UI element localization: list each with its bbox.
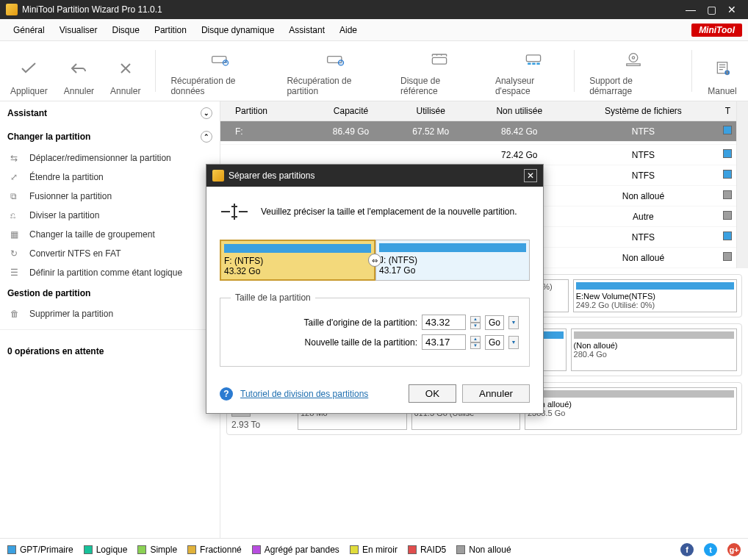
sidebar-section-change[interactable]: Changer la partition ⌃: [0, 125, 220, 148]
partition-block[interactable]: (Non alloué)2388.5 Go: [525, 387, 737, 430]
close-button[interactable]: ✕: [722, 4, 742, 15]
split-icon: ⎌: [10, 210, 22, 220]
sidebar: Assistant ⌄ Changer la partition ⌃ ⇆Dépl…: [0, 101, 220, 538]
bootable-media-button[interactable]: Support de démarrage: [586, 46, 680, 96]
sidebar-item-merge[interactable]: ⧉Fusionner la partition: [0, 187, 220, 206]
menu-general[interactable]: Général: [6, 19, 52, 40]
fieldset-legend: Taille de la partition: [231, 292, 315, 303]
menu-wizard[interactable]: Assistant: [281, 19, 332, 40]
legend-color-icon: [350, 545, 359, 554]
new-size-label: Nouvelle taille de la partition:: [231, 337, 417, 348]
benchmark-disk-button[interactable]: Disque de référence: [398, 46, 482, 96]
new-size-input[interactable]: [422, 334, 466, 350]
space-analyzer-button[interactable]: Analyseur d'espace: [492, 46, 574, 96]
menu-help[interactable]: Aide: [332, 19, 364, 40]
legend-item: En miroir: [350, 545, 398, 555]
split-right-partition: J: (NTFS) 43.17 Go: [375, 240, 530, 281]
table-scrollbar[interactable]: [736, 101, 748, 268]
svg-text:?: ?: [726, 71, 728, 75]
sidebar-item-extend[interactable]: ⤢Étendre la partition: [0, 168, 220, 187]
sidebar-item-convert[interactable]: ↻Convertir NTFS en FAT: [0, 244, 220, 263]
check-icon: [20, 57, 37, 80]
menu-view[interactable]: Visualiser: [52, 19, 105, 40]
menu-bar: Général Visualiser Disque Partition Disq…: [0, 19, 748, 41]
col-partition[interactable]: Partition: [220, 101, 311, 121]
sidebar-item-split[interactable]: ⎌Diviser la partition: [0, 206, 220, 225]
dialog-cancel-button[interactable]: Annuler: [462, 384, 530, 403]
facebook-icon[interactable]: f: [680, 543, 694, 556]
dialog-app-icon: [212, 170, 224, 182]
title-bar: MiniTool Partition Wizard Pro 11.0.1 — ▢…: [0, 0, 748, 19]
sidebar-section-manage[interactable]: Gestion de partition: [0, 282, 220, 304]
new-size-unit-dropdown[interactable]: ▼: [508, 336, 519, 349]
partition-recovery-button[interactable]: Récupération de partition: [284, 46, 387, 96]
document-help-icon: ?: [707, 57, 738, 80]
ok-button[interactable]: OK: [409, 384, 456, 403]
dialog-close-button[interactable]: ✕: [524, 169, 537, 182]
legend-item: RAID5: [408, 545, 446, 555]
sidebar-item-cluster[interactable]: ▦Changer la taille de groupement: [0, 225, 220, 244]
svg-rect-5: [526, 54, 540, 61]
minimize-button[interactable]: —: [680, 4, 701, 15]
original-size-unit-dropdown[interactable]: ▼: [508, 316, 519, 329]
split-left-partition: F: (NTFS) 43.32 Go: [220, 240, 375, 281]
sidebar-item-move-resize[interactable]: ⇆Déplacer/redimensionner la partition: [0, 148, 220, 168]
data-recovery-button[interactable]: Récupération de données: [168, 46, 273, 96]
original-size-unit: Go: [485, 315, 504, 330]
app-icon: [6, 4, 18, 15]
dialog-message: Veuillez préciser la taille et l'emplace…: [261, 207, 517, 217]
split-preview[interactable]: F: (NTFS) 43.32 Go J: (NTFS) 43.17 Go ⇔: [220, 240, 530, 281]
original-size-spinner[interactable]: ▲▼: [470, 316, 481, 329]
chevron-down-icon: ⌄: [201, 107, 212, 119]
x-icon: [117, 57, 134, 80]
col-capacity[interactable]: Capacité: [311, 101, 390, 121]
table-row[interactable]: F:86.49 Go67.52 Mo86.42 GoNTFS: [220, 121, 736, 142]
svg-rect-11: [626, 63, 639, 65]
disc-icon: [618, 49, 649, 70]
legend-item: Agrégé par bandes: [252, 545, 339, 555]
maximize-button[interactable]: ▢: [701, 4, 722, 15]
svg-point-10: [632, 56, 634, 58]
legend-item: Fractionné: [187, 545, 242, 555]
col-fs[interactable]: Système de fichiers: [568, 101, 719, 121]
menu-partition[interactable]: Partition: [147, 19, 194, 40]
sidebar-item-delete[interactable]: 🗑Supprimer la partition: [0, 304, 220, 323]
sidebar-item-set-logical[interactable]: ☰Définir la partition comme étant logiqu…: [0, 263, 220, 282]
undo-button[interactable]: Annuler: [61, 46, 97, 96]
cancel-button[interactable]: Annuler: [107, 46, 143, 96]
partition-block[interactable]: (Non alloué)280.4 Go: [571, 329, 737, 371]
manual-button[interactable]: ? Manuel: [704, 46, 741, 96]
original-size-input[interactable]: [422, 315, 466, 330]
legend-color-icon: [84, 545, 93, 554]
table-row[interactable]: 72.42 GoNTFS: [220, 145, 736, 165]
toolbar: Appliquer Annuler Annuler Récupération d…: [0, 41, 748, 101]
twitter-icon[interactable]: t: [704, 543, 717, 556]
brand-logo: MiniTool: [691, 24, 742, 37]
svg-rect-8: [536, 62, 539, 65]
col-used[interactable]: Utilisée: [391, 101, 471, 121]
legend-item: Non alloué: [456, 545, 511, 555]
convert-icon: ↻: [10, 248, 22, 259]
tutorial-link[interactable]: Tutoriel de division des partitions: [240, 389, 368, 399]
apply-button[interactable]: Appliquer: [7, 46, 51, 96]
col-type[interactable]: T: [719, 101, 736, 121]
split-large-icon: [220, 197, 249, 226]
original-size-label: Taille d'origine de la partition:: [231, 317, 417, 328]
google-plus-icon[interactable]: g+: [727, 543, 741, 556]
trash-icon: 🗑: [10, 309, 22, 319]
dialog-title: Séparer des partitions: [229, 170, 314, 181]
dialog-title-bar[interactable]: Séparer des partitions ✕: [206, 165, 543, 187]
legend-color-icon: [456, 545, 465, 554]
grid-icon: ▦: [10, 229, 22, 240]
help-icon[interactable]: ?: [220, 387, 233, 401]
partition-block[interactable]: E:New Volume(NTFS)249.2 Go (Utilisé: 0%): [573, 279, 737, 312]
menu-disk[interactable]: Disque: [105, 19, 147, 40]
sidebar-section-wizard[interactable]: Assistant ⌄: [0, 101, 220, 125]
split-drag-handle[interactable]: ⇔: [368, 254, 381, 267]
legend-color-icon: [137, 545, 146, 554]
col-free[interactable]: Non utilisée: [471, 101, 568, 121]
legend-color-icon: [7, 545, 16, 554]
new-size-spinner[interactable]: ▲▼: [470, 336, 481, 349]
pending-operations: 0 opérations en attente: [0, 329, 220, 364]
menu-dynamic-disk[interactable]: Disque dynamique: [194, 19, 281, 40]
